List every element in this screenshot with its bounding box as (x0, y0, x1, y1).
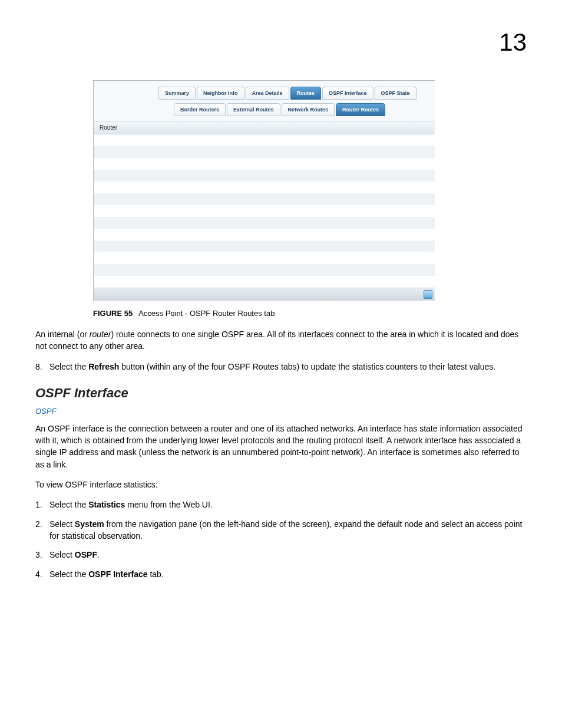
tab-routes[interactable]: Routes (290, 87, 322, 100)
tab-area-details[interactable]: Area Details (246, 87, 289, 100)
table-row (94, 170, 435, 182)
text-fragment: Select (49, 519, 75, 529)
text-bold: Statistics (88, 500, 125, 509)
section-heading: OSPF Interface (35, 386, 527, 401)
section-link[interactable]: OSPF (35, 407, 527, 416)
subtab-router-routes[interactable]: Router Routes (336, 103, 385, 116)
subtab-external-routes[interactable]: External Routes (227, 103, 280, 116)
text-fragment: Select (49, 550, 75, 559)
table-row (94, 205, 435, 217)
text-fragment: tab. (148, 569, 164, 579)
table-row (94, 182, 435, 193)
table-row (94, 158, 435, 170)
tab-summary[interactable]: Summary (158, 87, 196, 100)
list-number: 1. (35, 499, 49, 510)
paragraph: To view OSPF interface statistics: (35, 479, 527, 490)
subtab-network-routes[interactable]: Network Routes (282, 103, 335, 116)
text-fragment: button (within any of the four OSPF Rout… (119, 362, 495, 371)
column-header-router[interactable]: Router (100, 124, 117, 131)
list-item: 8. Select the Refresh button (within any… (35, 361, 527, 373)
table-action-button[interactable] (424, 290, 432, 299)
text-bold: OSPF (75, 550, 97, 559)
table-row (94, 264, 435, 276)
table-row (94, 276, 435, 288)
list-item: 2. Select System from the navigation pan… (35, 518, 527, 542)
text-bold: Refresh (88, 362, 119, 371)
page-number: 13 (499, 28, 527, 57)
list-item: 3. Select OSPF. (35, 549, 527, 561)
figure-label: FIGURE 55 (93, 309, 133, 318)
list-number: 2. (35, 518, 49, 542)
list-item: 4. Select the OSPF Interface tab. (35, 568, 527, 580)
text-fragment: An internal (or (35, 330, 90, 339)
table-footer-bar (94, 288, 435, 301)
text-italic: router (90, 330, 111, 339)
text-bold: OSPF Interface (88, 569, 147, 579)
tab-ospf-state[interactable]: OSPF State (375, 87, 416, 100)
text-fragment: Select the (49, 362, 88, 371)
tab-neighbor-info[interactable]: Neighbor Info (197, 87, 244, 100)
tab-ospf-interface[interactable]: OSPF Interface (322, 87, 373, 100)
secondary-tab-row: Border Routers External Routes Network R… (158, 103, 435, 116)
table-row (94, 193, 435, 205)
figure-caption: FIGURE 55Access Point - OSPF Router Rout… (93, 309, 527, 318)
table-body (94, 134, 435, 288)
paragraph: An OSPF interface is the connection betw… (35, 423, 527, 470)
list-number: 3. (35, 549, 49, 561)
primary-tab-row: Summary Neighbor Info Area Details Route… (158, 87, 435, 100)
figure-caption-text: Access Point - OSPF Router Routes tab (138, 309, 275, 318)
table-row (94, 146, 435, 158)
paragraph: An internal (or router) route connects t… (35, 328, 527, 353)
table-row (94, 241, 435, 252)
table-row (94, 217, 435, 229)
subtab-border-routers[interactable]: Border Routers (174, 103, 226, 116)
text-fragment: from the navigation pane (on the left-ha… (49, 519, 522, 541)
table-row (94, 252, 435, 264)
text-fragment: menu from the Web UI. (125, 500, 212, 509)
list-number: 4. (35, 568, 49, 580)
table-row (94, 229, 435, 241)
table-row (94, 134, 435, 146)
text-fragment: Select the (49, 569, 88, 579)
text-fragment: Select the (49, 500, 88, 509)
list-number: 8. (35, 361, 49, 373)
text-bold: System (75, 519, 104, 529)
table-header-row: Router (94, 121, 435, 134)
figure-screenshot: Summary Neighbor Info Area Details Route… (93, 80, 527, 318)
text-fragment: . (97, 550, 100, 559)
list-item: 1. Select the Statistics menu from the W… (35, 499, 527, 510)
